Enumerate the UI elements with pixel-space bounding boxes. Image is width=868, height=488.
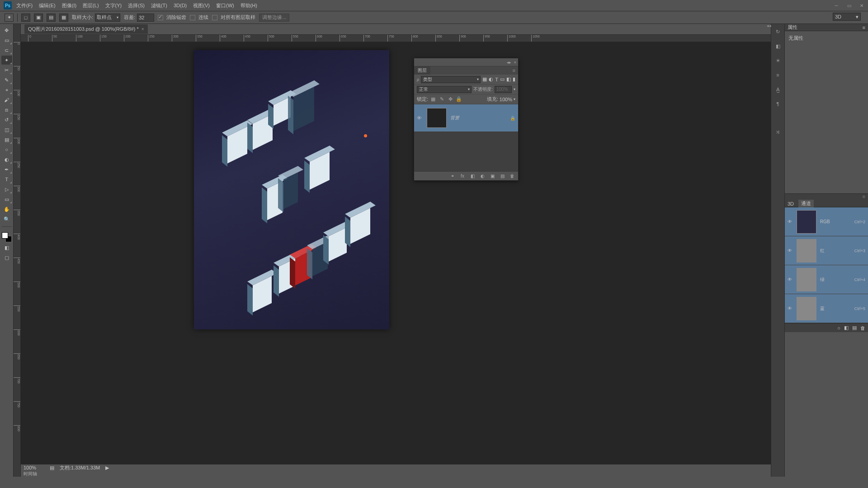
brush-tool[interactable]: 🖌 <box>1 95 12 104</box>
filter-adjust-icon[interactable]: ◐ <box>489 76 493 82</box>
dock-history-icon[interactable]: ↻ <box>773 27 783 37</box>
document-tab-close-icon[interactable]: × <box>142 27 144 32</box>
fill-input[interactable]: 100% <box>500 97 512 102</box>
marquee-tool[interactable]: ▭ <box>1 36 12 45</box>
move-tool[interactable]: ✥ <box>1 26 12 35</box>
filter-pixel-icon[interactable]: ▦ <box>482 76 487 82</box>
filter-type-icon[interactable]: T <box>495 77 498 82</box>
lasso-tool[interactable]: ⊂ <box>1 46 12 55</box>
channel-visibility-icon[interactable]: 👁 <box>788 248 793 253</box>
status-arrow-icon[interactable]: ▶ <box>105 465 109 471</box>
blend-mode-select[interactable]: 正常 <box>417 86 472 93</box>
dock-color-icon[interactable]: ◧ <box>773 41 783 51</box>
dock-character-icon[interactable]: A̲ <box>773 84 783 94</box>
panel-collapse-icon[interactable]: ◂▸ <box>507 60 511 65</box>
document-tab[interactable]: QQ图片20160928151003.psd @ 100%(RGB/8#) * … <box>24 24 148 34</box>
filter-shape-icon[interactable]: ▭ <box>500 76 505 82</box>
adjustment-layer-icon[interactable]: ◐ <box>478 173 486 180</box>
selection-add-icon[interactable]: ▣ <box>34 14 43 22</box>
filter-smart-icon[interactable]: ◧ <box>506 76 511 82</box>
zoom-tool[interactable]: 🔍 <box>1 215 12 224</box>
zoom-level[interactable]: 100% <box>24 465 44 470</box>
tool-preset-icon[interactable]: ✦ <box>5 14 14 22</box>
menu-view[interactable]: 视图(V) <box>193 2 210 9</box>
screenmode-icon[interactable]: ▢ <box>1 253 12 262</box>
channel-row[interactable]: 👁RGBCtrl+2 <box>785 207 868 236</box>
dock-adjust-icon[interactable]: ☀ <box>773 56 783 66</box>
menu-file[interactable]: 文件(F) <box>16 2 33 9</box>
layer-name[interactable]: 背景 <box>450 115 459 121</box>
channel-visibility-icon[interactable]: 👁 <box>788 277 793 282</box>
anti-alias-checkbox[interactable] <box>158 15 163 20</box>
lock-pos-icon[interactable]: ✥ <box>447 96 454 103</box>
tab-3d[interactable]: 3D <box>788 201 794 206</box>
layer-thumbnail[interactable] <box>427 108 447 128</box>
dock-align-icon[interactable]: ¶ <box>773 99 783 109</box>
hand-tool[interactable]: ✋ <box>1 205 12 214</box>
magic-wand-tool[interactable]: ✦ <box>1 56 12 65</box>
panel-menu-icon[interactable]: ≡ <box>513 68 518 73</box>
gradient-tool[interactable]: ▤ <box>1 135 12 144</box>
new-channel-icon[interactable]: ▤ <box>852 325 857 331</box>
menu-image[interactable]: 图像(I) <box>62 2 76 9</box>
lock-all-icon[interactable]: 🔒 <box>455 96 462 103</box>
dodge-tool[interactable]: ◐ <box>1 155 12 164</box>
dock-swap-icon[interactable]: ⤭ <box>773 127 783 137</box>
stamp-tool[interactable]: ⧈ <box>1 105 12 114</box>
channel-row[interactable]: 👁蓝Ctrl+5 <box>785 294 868 323</box>
window-minimize-icon[interactable]: ─ <box>830 0 843 10</box>
properties-tab[interactable]: 属性 <box>788 24 797 31</box>
menu-window[interactable]: 窗口(W) <box>216 2 234 9</box>
timeline-label[interactable]: 时间轴 <box>24 471 37 477</box>
layer-group-icon[interactable]: ▣ <box>488 173 496 180</box>
delete-layer-icon[interactable]: 🗑 <box>508 173 516 180</box>
quickmask-icon[interactable]: ◧ <box>1 243 12 252</box>
history-brush-tool[interactable]: ↺ <box>1 115 12 124</box>
canvas-artwork[interactable] <box>194 50 389 329</box>
menu-edit[interactable]: 编辑(E) <box>39 2 56 9</box>
status-nav-icon[interactable]: ▤ <box>50 465 54 471</box>
new-layer-icon[interactable]: ▤ <box>498 173 506 180</box>
contiguous-checkbox[interactable] <box>190 15 195 20</box>
sample-size-select[interactable]: 取样点 <box>95 14 120 22</box>
channel-visibility-icon[interactable]: 👁 <box>788 219 793 224</box>
layer-filter-select[interactable]: 类型 <box>421 76 481 83</box>
channel-to-selection-icon[interactable]: ○ <box>837 325 840 331</box>
path-select-tool[interactable]: ▷ <box>1 185 12 194</box>
healing-tool[interactable]: ⌖ <box>1 85 12 94</box>
sample-all-checkbox[interactable] <box>212 15 217 20</box>
menu-3d[interactable]: 3D(D) <box>174 3 187 8</box>
layers-tab[interactable]: 图层 <box>414 66 430 75</box>
eyedropper-tool[interactable]: ✎ <box>1 75 12 84</box>
panel-menu-icon[interactable]: ≡ <box>863 194 865 200</box>
pen-tool[interactable]: ✒ <box>1 165 12 174</box>
channel-row[interactable]: 👁绿Ctrl+4 <box>785 265 868 294</box>
eraser-tool[interactable]: ◫ <box>1 125 12 134</box>
blur-tool[interactable]: ○ <box>1 145 12 154</box>
dock-paragraph-icon[interactable]: ≡ <box>773 70 783 80</box>
layer-mask-icon[interactable]: ◧ <box>468 173 476 180</box>
type-tool[interactable]: T <box>1 175 12 184</box>
panel-collapse-arrow-icon[interactable]: ◂◂ <box>767 23 771 28</box>
link-layers-icon[interactable]: ⚭ <box>448 173 457 180</box>
channel-row[interactable]: 👁红Ctrl+3 <box>785 236 868 265</box>
crop-tool[interactable]: ✂ <box>1 66 12 75</box>
workspace-switcher[interactable]: 3D▾ <box>833 13 861 21</box>
color-swatch[interactable] <box>2 232 12 242</box>
selection-subtract-icon[interactable]: ▤ <box>47 14 56 22</box>
window-close-icon[interactable]: ✕ <box>855 0 868 10</box>
window-restore-icon[interactable]: ▭ <box>843 0 855 10</box>
doc-size[interactable]: 文档:1.33M/1.33M <box>60 465 100 471</box>
layers-panel[interactable]: ◂▸× 图层 ≡ ρ 类型 ▦ ◐ T ▭ ◧ ▮ 正常 不透明度: 100% … <box>414 58 519 181</box>
layer-visibility-icon[interactable]: 👁 <box>417 115 423 121</box>
shape-tool[interactable]: ▭ <box>1 195 12 204</box>
refine-edge-button[interactable]: 调整边缘... <box>259 14 289 22</box>
menu-layer[interactable]: 图层(L) <box>83 2 99 9</box>
delete-channel-icon[interactable]: 🗑 <box>860 325 865 331</box>
menu-type[interactable]: 文字(Y) <box>105 2 122 9</box>
opacity-input[interactable]: 100% <box>495 86 512 93</box>
save-selection-icon[interactable]: ◧ <box>844 325 849 331</box>
layer-row-background[interactable]: 👁 背景 🔒 <box>414 104 518 131</box>
layer-fx-icon[interactable]: fx <box>458 173 467 180</box>
tab-channels[interactable]: 通道 <box>798 200 814 207</box>
